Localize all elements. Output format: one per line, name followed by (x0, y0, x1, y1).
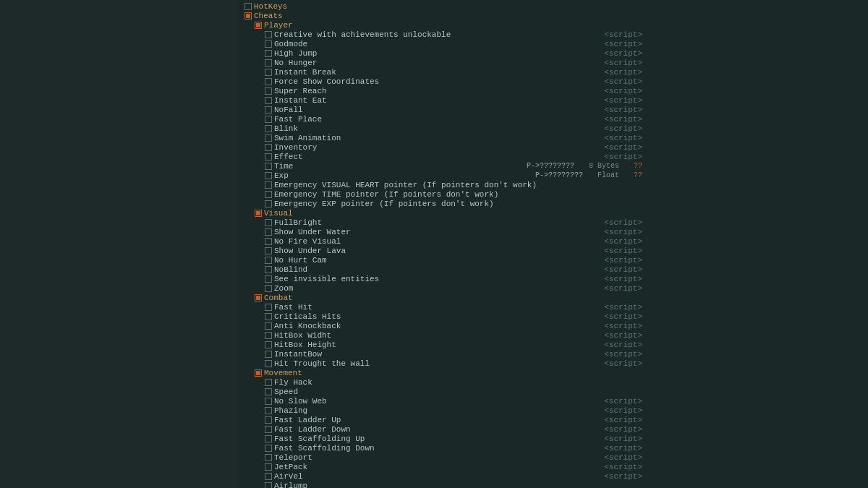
checkbox-fastplace[interactable] (265, 116, 272, 123)
row-hotkeys[interactable]: HotKeys (239, 1, 644, 11)
row-player[interactable]: Player (239, 20, 644, 30)
row-cheats[interactable]: Cheats (239, 11, 644, 20)
checkbox-noblind[interactable] (265, 266, 272, 273)
row-criticalhits[interactable]: Criticals Hits<script> (239, 312, 644, 321)
checkbox-instanteat[interactable] (265, 97, 272, 104)
row-antiknockback[interactable]: Anti Knockback<script> (239, 321, 644, 330)
row-hitthrough[interactable]: Hit Trought the wall<script> (239, 359, 644, 368)
row-fastladderdown[interactable]: Fast Ladder Down<script> (239, 424, 644, 434)
row-fastscaffoldingdown[interactable]: Fast Scaffolding Down<script> (239, 443, 644, 453)
row-airlump[interactable]: Airlump (239, 481, 644, 488)
row-fastplace[interactable]: Fast Place<script> (239, 114, 644, 124)
checkbox-speed[interactable] (265, 388, 272, 395)
checkbox-airvel[interactable] (265, 473, 272, 480)
checkbox-time[interactable] (265, 163, 272, 170)
row-phazing[interactable]: Phazing<script> (239, 406, 644, 415)
row-fastscaffoldingup[interactable]: Fast Scaffolding Up<script> (239, 434, 644, 443)
checkbox-criticalhits[interactable] (265, 313, 272, 320)
checkbox-instantbow[interactable] (265, 351, 272, 358)
checkbox-airlump[interactable] (265, 482, 272, 489)
row-hitboxheight[interactable]: HitBox Height<script> (239, 340, 644, 349)
tree-panel[interactable]: HotKeys Cheats Player Creative with achi… (239, 0, 644, 488)
checkbox-hotkeys[interactable] (244, 3, 252, 10)
checkbox-highjump[interactable] (265, 50, 272, 57)
checkbox-hitboxheight[interactable] (265, 341, 272, 348)
checkbox-fullbright[interactable] (265, 219, 272, 226)
row-hitboxwidth[interactable]: HitBox Widht<script> (239, 330, 644, 340)
row-nofall[interactable]: NoFall<script> (239, 105, 644, 114)
checkbox-fastladderup[interactable] (265, 416, 272, 424)
checkbox-fastscaffoldingdown[interactable] (265, 445, 272, 452)
checkbox-inventory[interactable] (265, 144, 272, 151)
checkbox-instantbreak[interactable] (265, 69, 272, 76)
checkbox-swimanim[interactable] (265, 134, 272, 142)
checkbox-combat[interactable] (255, 294, 262, 301)
checkbox-creative[interactable] (265, 31, 272, 38)
checkbox-flyhack[interactable] (265, 379, 272, 386)
row-exp[interactable]: ExpP->????????Float?? (239, 171, 644, 180)
row-noblind[interactable]: NoBlind<script> (239, 265, 644, 274)
row-forceshowcoords[interactable]: Force Show Coordinates<script> (239, 77, 644, 86)
checkbox-zoom[interactable] (265, 285, 272, 292)
row-zoom[interactable]: Zoom<script> (239, 283, 644, 293)
checkbox-emerg_heart[interactable] (265, 181, 272, 189)
checkbox-nohunger[interactable] (265, 59, 272, 67)
row-emerg_heart[interactable]: Emergency VISUAL HEART pointer (If point… (239, 180, 644, 189)
checkbox-fasthit[interactable] (265, 304, 272, 311)
row-fasthit[interactable]: Fast Hit<script> (239, 302, 644, 312)
row-superreach[interactable]: Super Reach<script> (239, 86, 644, 95)
row-swimanim[interactable]: Swim Animation<script> (239, 133, 644, 142)
row-showunderwater[interactable]: Show Under Water<script> (239, 227, 644, 236)
row-combat[interactable]: Combat (239, 293, 644, 302)
row-instantbreak[interactable]: Instant Break<script> (239, 67, 644, 77)
checkbox-showunderlava[interactable] (265, 247, 272, 254)
checkbox-fastladderdown[interactable] (265, 426, 272, 433)
row-effect[interactable]: Effect<script> (239, 152, 644, 161)
checkbox-effect[interactable] (265, 153, 272, 160)
checkbox-visual[interactable] (255, 210, 262, 217)
checkbox-nofall[interactable] (265, 106, 272, 114)
row-creative[interactable]: Creative with achievements unlockable<sc… (239, 30, 644, 39)
row-showunderlava[interactable]: Show Under Lava<script> (239, 246, 644, 255)
checkbox-emerg_exp[interactable] (265, 200, 272, 207)
row-emerg_time[interactable]: Emergency TIME pointer (If pointers don'… (239, 189, 644, 199)
checkbox-noslowweb[interactable] (265, 398, 272, 405)
checkbox-superreach[interactable] (265, 87, 272, 95)
row-visual[interactable]: Visual (239, 208, 644, 218)
row-teleport[interactable]: Teleport<script> (239, 453, 644, 462)
checkbox-showunderwater[interactable] (265, 228, 272, 236)
checkbox-exp[interactable] (265, 172, 272, 179)
row-movement[interactable]: Movement (239, 368, 644, 377)
checkbox-forceshowcoords[interactable] (265, 78, 272, 85)
row-highjump[interactable]: High Jump<script> (239, 48, 644, 58)
checkbox-movement[interactable] (255, 369, 262, 377)
checkbox-antiknockback[interactable] (265, 322, 272, 330)
row-inventory[interactable]: Inventory<script> (239, 142, 644, 152)
row-noslowweb[interactable]: No Slow Web<script> (239, 396, 644, 406)
checkbox-blink[interactable] (265, 125, 272, 132)
checkbox-hitthrough[interactable] (265, 360, 272, 367)
row-nohunger[interactable]: No Hunger<script> (239, 58, 644, 67)
checkbox-teleport[interactable] (265, 454, 272, 461)
row-fullbright[interactable]: FullBright<script> (239, 218, 644, 227)
row-jetpack[interactable]: JetPack<script> (239, 462, 644, 471)
row-nofirevisual[interactable]: No Fire Visual<script> (239, 236, 644, 246)
checkbox-emerg_time[interactable] (265, 191, 272, 198)
checkbox-jetpack[interactable] (265, 463, 272, 471)
row-instantbow[interactable]: InstantBow<script> (239, 349, 644, 359)
row-flyhack[interactable]: Fly Hack (239, 377, 644, 387)
row-godmode[interactable]: Godmode<script> (239, 39, 644, 48)
row-blink[interactable]: Blink<script> (239, 124, 644, 133)
row-seeinvisible[interactable]: See invisible entities<script> (239, 274, 644, 283)
checkbox-nohurtcam[interactable] (265, 257, 272, 264)
row-nohurtcam[interactable]: No Hurt Cam<script> (239, 255, 644, 265)
checkbox-phazing[interactable] (265, 407, 272, 414)
checkbox-godmode[interactable] (265, 40, 272, 48)
checkbox-nofirevisual[interactable] (265, 238, 272, 245)
row-speed[interactable]: Speed (239, 387, 644, 396)
checkbox-player[interactable] (255, 22, 262, 29)
row-airvel[interactable]: AirVel<script> (239, 471, 644, 481)
row-emerg_exp[interactable]: Emergency EXP pointer (If pointers don't… (239, 199, 644, 208)
row-fastladderup[interactable]: Fast Ladder Up<script> (239, 415, 644, 424)
checkbox-hitboxwidth[interactable] (265, 332, 272, 339)
